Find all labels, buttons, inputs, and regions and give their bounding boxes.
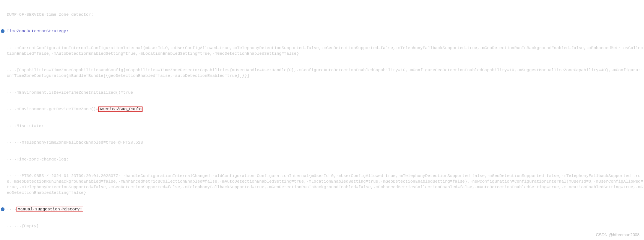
log-text: ······{Empty} — [7, 224, 39, 228]
log-text: ····mCurrentConfigurationInternal=Config… — [7, 46, 643, 56]
log-text: ····[Capabilities=TimeZoneCapabilitiesAn… — [7, 68, 643, 78]
strategy-label: TimeZoneDetectorStrategy: — [7, 29, 69, 33]
log-line: DUMP·OF·SERVICE·time_zone_detector: — [7, 12, 644, 18]
log-text: ······mTelephonyTimeZoneFallbackEnabled=… — [7, 140, 143, 145]
manual-history-box: Manual·suggestion·history: — [17, 207, 83, 212]
log-text: ····Misc·state: — [7, 124, 44, 128]
log-dump: DUMP·OF·SERVICE·time_zone_detector: Time… — [0, 0, 644, 240]
log-line: ······PT30.985S·/·2024-01-23T09:20:01.20… — [7, 173, 644, 195]
breakpoint-icon[interactable] — [1, 29, 5, 33]
log-line: TimeZoneDetectorStrategy: — [7, 28, 644, 34]
breakpoint-icon[interactable] — [1, 207, 5, 211]
log-text: ······PT30.985S·/·2024-01-23T09:20:01.20… — [7, 174, 643, 195]
log-line: ····mCurrentConfigurationInternal=Config… — [7, 45, 644, 57]
log-text: ····mEnvironment.getDeviceTimeZone()= — [7, 107, 98, 111]
log-line: ····Time·zone·change·log: — [7, 157, 644, 162]
log-line: ······mTelephonyTimeZoneFallbackEnabled=… — [7, 140, 644, 146]
log-line: ······{Empty} — [7, 224, 644, 229]
log-line: ····[Capabilities=TimeZoneCapabilitiesAn… — [7, 68, 644, 79]
log-text: DUMP·OF·SERVICE·time_zone_detector: — [7, 12, 93, 17]
device-timezone-box: America/Sao_Paulo — [98, 106, 143, 112]
log-line: ····mEnvironment.isDeviceTimeZoneInitial… — [7, 90, 644, 96]
log-text: ····Time·zone·change·log: — [7, 157, 69, 162]
log-line: ····mEnvironment.getDeviceTimeZone()=Ame… — [7, 106, 644, 112]
log-line: ····Manual·suggestion·history: — [7, 207, 644, 212]
log-line: ····Misc·state: — [7, 123, 644, 129]
log-text: ····mEnvironment.isDeviceTimeZoneInitial… — [7, 90, 133, 95]
